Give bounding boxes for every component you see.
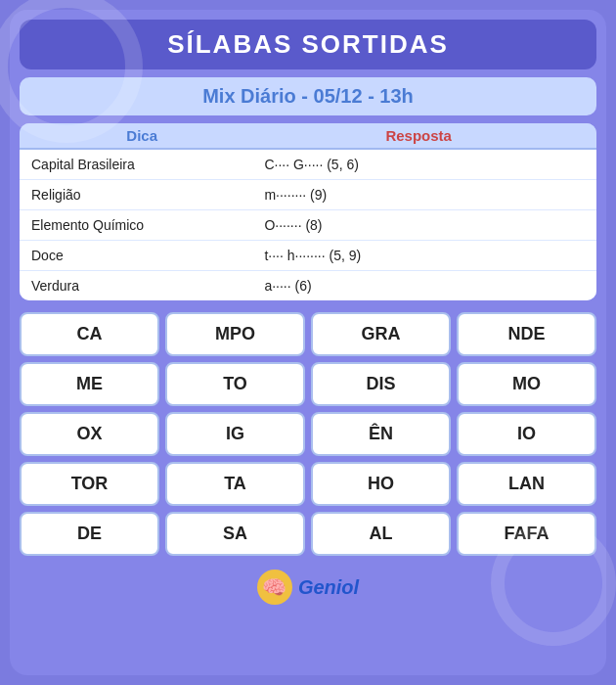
syllable-cell[interactable]: LAN bbox=[457, 462, 596, 506]
answer-text: a····· (6) bbox=[244, 278, 585, 294]
syllable-cell[interactable]: TOR bbox=[20, 462, 159, 506]
syllable-cell[interactable]: NDE bbox=[457, 312, 596, 356]
header-dica: Dica bbox=[31, 127, 252, 144]
syllable-cell[interactable]: IG bbox=[165, 412, 305, 456]
answer-text: t···· h········ (5, 9) bbox=[244, 248, 585, 263]
syllable-cell[interactable]: MPO bbox=[165, 312, 305, 356]
clue-text: Capital Brasileira bbox=[31, 157, 244, 172]
main-container: SÍLABAS SORTIDAS Mix Diário - 05/12 - 13… bbox=[10, 10, 606, 675]
table-row: Elemento QuímicoO······· (8) bbox=[20, 210, 596, 241]
clues-table: Dica Resposta Capital BrasileiraC···· G·… bbox=[20, 123, 596, 300]
answer-text: m········ (9) bbox=[244, 187, 585, 203]
subtitle-bar: Mix Diário - 05/12 - 13h bbox=[20, 77, 596, 115]
brain-icon: 🧠 bbox=[257, 570, 292, 605]
table-row: Capital BrasileiraC···· G····· (5, 6) bbox=[20, 150, 596, 180]
answer-text: C···· G····· (5, 6) bbox=[244, 157, 585, 172]
syllable-cell[interactable]: CA bbox=[20, 312, 159, 356]
page-title: SÍLABAS SORTIDAS bbox=[35, 29, 581, 60]
clue-text: Religião bbox=[31, 187, 244, 203]
syllable-cell[interactable]: GRA bbox=[311, 312, 451, 356]
syllables-grid: CAMPOGRANDEMETODISMOOXIGÊNIOTORTAHOLANDE… bbox=[20, 308, 596, 560]
syllable-cell[interactable]: TO bbox=[165, 362, 305, 406]
footer-logo: 🧠 Geniol bbox=[257, 570, 359, 605]
syllable-cell[interactable]: SA bbox=[165, 512, 305, 556]
header-resposta: Resposta bbox=[252, 127, 585, 144]
syllable-cell[interactable]: ÊN bbox=[311, 412, 451, 456]
title-bar: SÍLABAS SORTIDAS bbox=[20, 20, 596, 69]
clue-text: Doce bbox=[31, 248, 244, 263]
table-row: Religiãom········ (9) bbox=[20, 180, 596, 210]
clue-text: Verdura bbox=[31, 278, 244, 294]
syllable-cell[interactable]: MO bbox=[457, 362, 596, 406]
table-row: Verduraa····· (6) bbox=[20, 271, 596, 300]
syllable-cell[interactable]: HO bbox=[311, 462, 451, 506]
syllable-cell[interactable]: OX bbox=[20, 412, 159, 456]
table-header: Dica Resposta bbox=[20, 123, 596, 150]
syllable-cell[interactable]: AL bbox=[311, 512, 451, 556]
syllable-cell[interactable]: FAFA bbox=[457, 512, 596, 556]
syllable-cell[interactable]: IO bbox=[457, 412, 596, 456]
footer-brand: Geniol bbox=[298, 576, 359, 599]
syllable-cell[interactable]: DE bbox=[20, 512, 159, 556]
syllable-cell[interactable]: ME bbox=[20, 362, 159, 406]
syllable-cell[interactable]: DIS bbox=[311, 362, 451, 406]
syllable-cell[interactable]: TA bbox=[165, 462, 305, 506]
footer: 🧠 Geniol bbox=[20, 568, 596, 607]
table-row: Docet···· h········ (5, 9) bbox=[20, 241, 596, 271]
answer-text: O······· (8) bbox=[244, 217, 585, 233]
clue-text: Elemento Químico bbox=[31, 217, 244, 233]
subtitle-text: Mix Diário - 05/12 - 13h bbox=[202, 85, 414, 107]
